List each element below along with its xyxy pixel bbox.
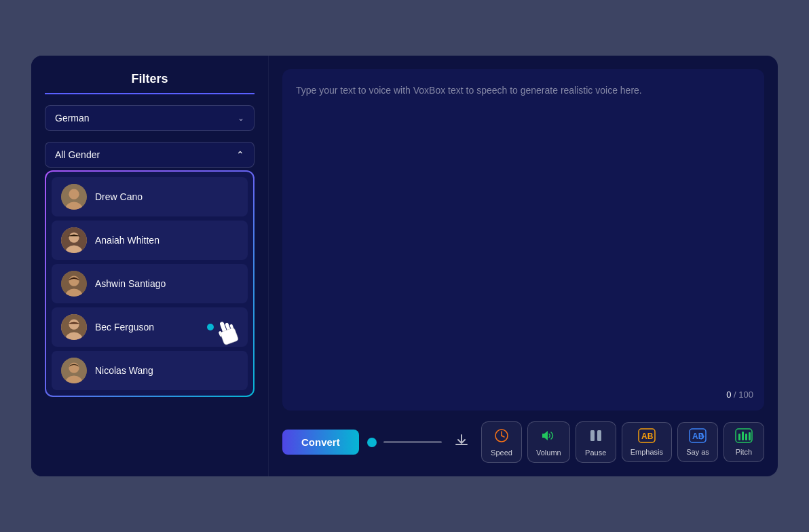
avatar-nicolas-wang <box>61 358 87 383</box>
svg-point-1 <box>69 189 79 200</box>
slider-thumb[interactable] <box>367 438 377 447</box>
voice-item-drew-cano[interactable]: Drew Cano <box>52 177 248 216</box>
tool-sayas-button[interactable]: AB Say as <box>677 422 718 462</box>
language-label: German <box>55 113 90 124</box>
svg-rect-31 <box>745 434 747 440</box>
gender-chevron-icon: ⌃ <box>236 149 244 160</box>
svg-rect-32 <box>749 432 751 440</box>
pause-icon <box>588 428 604 446</box>
sayas-label: Say as <box>686 448 709 456</box>
svg-rect-30 <box>742 432 744 440</box>
avatar-ashwin-santiago <box>61 271 87 297</box>
char-count: 0 / 100 <box>726 390 753 400</box>
svg-rect-29 <box>738 434 740 440</box>
char-separator: / <box>734 390 736 400</box>
slider-track[interactable] <box>383 441 442 443</box>
voice-item-ashwin-santiago[interactable]: Ashwin Santiago <box>52 264 248 303</box>
tool-emphasis-button[interactable]: AB Emphasis <box>622 422 672 462</box>
svg-point-10 <box>69 320 79 330</box>
convert-button[interactable]: Convert <box>282 430 359 455</box>
toolbar: Speed Volumn <box>481 421 764 463</box>
gender-label: All Gender <box>55 149 100 160</box>
hand-cursor-icon <box>214 316 241 352</box>
svg-text:AB: AB <box>641 432 654 441</box>
selection-indicator <box>207 324 214 330</box>
avatar-anaiah-whitten <box>61 227 87 253</box>
char-current: 0 <box>726 390 731 400</box>
tool-volume-button[interactable]: Volumn <box>527 421 570 463</box>
svg-text:AB: AB <box>692 432 704 441</box>
voice-name-bec-ferguson: Bec Ferguson <box>95 322 154 332</box>
voice-item-nicolas-wang[interactable]: Nicolas Wang <box>52 351 248 390</box>
voice-list-wrapper: Drew Cano Anaiah Whitten <box>45 170 255 397</box>
text-area-container[interactable]: Type your text to voice with VoxBox text… <box>282 69 764 411</box>
volume-icon <box>540 428 557 446</box>
gender-header[interactable]: All Gender ⌃ <box>45 142 255 168</box>
speed-icon <box>493 428 510 446</box>
speed-label: Speed <box>491 449 512 457</box>
language-dropdown[interactable]: German ⌄ <box>45 105 255 131</box>
pitch-label: Pitch <box>736 448 752 456</box>
svg-rect-22 <box>590 430 595 441</box>
avatar-drew-cano <box>61 184 87 210</box>
tool-pitch-button[interactable]: Pitch <box>723 422 764 462</box>
voice-name-drew-cano: Drew Cano <box>95 191 143 202</box>
emphasis-icon: AB <box>638 428 656 445</box>
bottom-controls: Convert <box>282 421 764 463</box>
voice-item-anaiah-whitten[interactable]: Anaiah Whitten <box>52 221 248 260</box>
tool-pause-button[interactable]: Pause <box>576 421 616 463</box>
emphasis-label: Emphasis <box>631 448 663 456</box>
playback-slider <box>367 438 442 447</box>
svg-point-4 <box>69 233 79 243</box>
app-window: Filters German ⌄ All Gender ⌃ <box>31 56 778 476</box>
pause-label: Pause <box>585 449 606 457</box>
voice-name-anaiah-whitten: Anaiah Whitten <box>95 235 159 246</box>
main-area: Type your text to voice with VoxBox text… <box>269 56 778 476</box>
avatar-bec-ferguson <box>61 314 87 340</box>
char-max: 100 <box>738 390 753 400</box>
sidebar: Filters German ⌄ All Gender ⌃ <box>31 56 269 476</box>
sayas-icon: AB <box>689 428 707 445</box>
tool-speed-button[interactable]: Speed <box>481 421 522 463</box>
pitch-icon <box>735 428 753 445</box>
sidebar-title: Filters <box>45 72 255 94</box>
gender-section: All Gender ⌃ Drew C <box>45 142 255 397</box>
voice-name-nicolas-wang: Nicolas Wang <box>95 365 153 376</box>
download-icon[interactable] <box>450 429 473 455</box>
voice-list: Drew Cano Anaiah Whitten <box>46 172 253 396</box>
text-placeholder: Type your text to voice with VoxBox text… <box>296 83 751 98</box>
language-chevron-icon: ⌄ <box>238 113 244 123</box>
voice-name-ashwin-santiago: Ashwin Santiago <box>95 278 166 289</box>
svg-rect-23 <box>597 430 601 441</box>
voice-item-bec-ferguson[interactable]: Bec Ferguson <box>52 307 248 347</box>
volume-label: Volumn <box>536 449 561 457</box>
